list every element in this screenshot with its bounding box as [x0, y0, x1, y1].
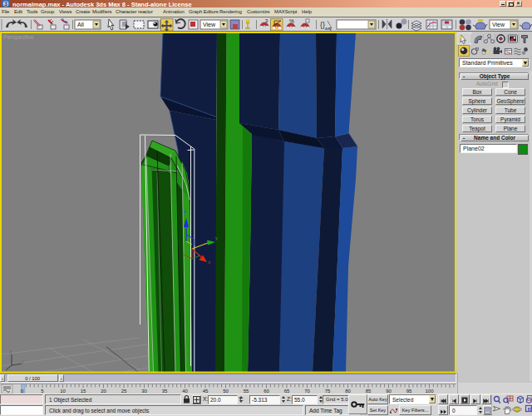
- svg-text:3: 3: [4, 1, 7, 7]
- svg-text:x: x: [208, 260, 210, 265]
- svg-text:z: z: [9, 349, 12, 354]
- svg-text:View: View: [203, 22, 216, 27]
- svg-text:Perspective: Perspective: [3, 34, 34, 41]
- svg-text:y: y: [22, 359, 24, 364]
- svg-text:z: z: [184, 209, 186, 214]
- svg-text:View: View: [492, 22, 505, 27]
- svg-text:All: All: [77, 22, 84, 27]
- svg-text:3: 3: [265, 18, 268, 23]
- svg-text:ABC: ABC: [325, 27, 332, 31]
- svg-text:y: y: [215, 235, 218, 240]
- svg-text:%: %: [289, 18, 294, 24]
